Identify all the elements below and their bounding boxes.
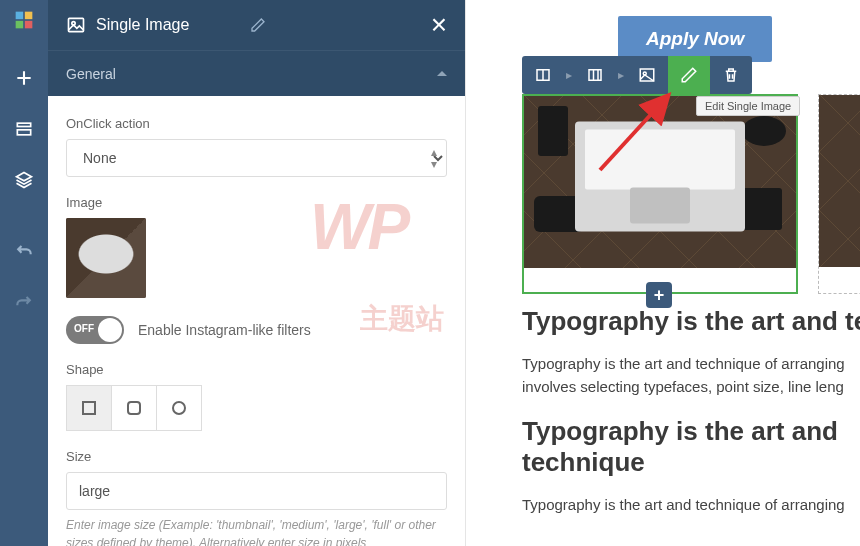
- svg-rect-5: [17, 130, 30, 135]
- image-preview: [819, 95, 860, 267]
- svg-rect-9: [589, 70, 601, 81]
- chevron-right-icon: ▸: [616, 68, 626, 82]
- image-icon: [66, 15, 86, 35]
- page-canvas: Apply Now ▸ ▸ Edit Single Image: [466, 0, 860, 546]
- panel-title: Single Image: [96, 16, 240, 34]
- paragraph-2: Typography is the art and technique of a…: [522, 494, 860, 517]
- page-content: Typography is the art and te Typography …: [522, 306, 860, 535]
- filters-toggle[interactable]: OFF: [66, 316, 124, 344]
- shape-label: Shape: [66, 362, 447, 377]
- selected-image-frame[interactable]: [522, 94, 798, 294]
- toolbar-edit-button[interactable]: [668, 56, 710, 94]
- svg-rect-4: [17, 123, 30, 126]
- size-input[interactable]: [66, 472, 447, 510]
- tab-label: General: [66, 66, 116, 82]
- filters-toggle-label: Enable Instagram-like filters: [138, 322, 311, 338]
- heading-1: Typography is the art and te: [522, 306, 860, 337]
- circle-icon: [172, 401, 186, 415]
- svg-rect-0: [16, 12, 24, 20]
- toolbar-image-button[interactable]: [626, 56, 668, 94]
- paragraph-1b: involves selecting typefaces, point size…: [522, 378, 844, 395]
- svg-rect-3: [25, 21, 33, 29]
- shape-circle-button[interactable]: [156, 385, 202, 431]
- svg-rect-1: [25, 12, 33, 20]
- image-thumbnail[interactable]: [66, 218, 146, 298]
- close-button[interactable]: ×: [431, 11, 447, 39]
- chevron-right-icon: ▸: [564, 68, 574, 82]
- image-preview: [524, 96, 796, 268]
- caret-up-icon: [437, 71, 447, 76]
- tab-general[interactable]: General: [48, 50, 465, 96]
- onclick-label: OnClick action: [66, 116, 447, 131]
- rounded-square-icon: [127, 401, 141, 415]
- image-label: Image: [66, 195, 447, 210]
- toggle-knob: [98, 318, 122, 342]
- element-toolbar: ▸ ▸: [522, 56, 752, 94]
- heading-2: Typography is the art and technique: [522, 416, 852, 478]
- logo-icon: [14, 10, 34, 30]
- panel-body: OnClick action None ▴▾ Image OFF Enable …: [48, 96, 465, 546]
- size-label: Size: [66, 449, 447, 464]
- edit-name-icon[interactable]: [250, 17, 266, 33]
- toggle-off-label: OFF: [74, 323, 94, 334]
- add-element-button[interactable]: +: [646, 282, 672, 308]
- settings-panel: Single Image × General OnClick action No…: [48, 0, 466, 546]
- toolbar-delete-button[interactable]: [710, 56, 752, 94]
- edit-tooltip: Edit Single Image: [696, 96, 800, 116]
- shape-square-button[interactable]: [66, 385, 112, 431]
- onclick-select[interactable]: None ▴▾: [66, 139, 447, 177]
- adjacent-image-frame[interactable]: [818, 94, 860, 294]
- size-help-text: Enter image size (Example: 'thumbnail', …: [66, 516, 447, 546]
- paragraph-1a: Typography is the art and technique of a…: [522, 355, 845, 372]
- rail-redo-button[interactable]: [14, 292, 34, 315]
- shape-rounded-button[interactable]: [111, 385, 157, 431]
- svg-rect-6: [69, 18, 84, 31]
- toolbar-column-button[interactable]: [574, 56, 616, 94]
- svg-rect-2: [16, 21, 24, 29]
- left-rail: [0, 0, 48, 546]
- rail-add-button[interactable]: [14, 68, 34, 91]
- panel-header: Single Image ×: [48, 0, 465, 50]
- rail-layers-button[interactable]: [14, 170, 34, 193]
- square-icon: [82, 401, 96, 415]
- rail-templates-button[interactable]: [14, 119, 34, 142]
- shape-group: [66, 385, 447, 431]
- rail-undo-button[interactable]: [14, 241, 34, 264]
- toolbar-row-button[interactable]: [522, 56, 564, 94]
